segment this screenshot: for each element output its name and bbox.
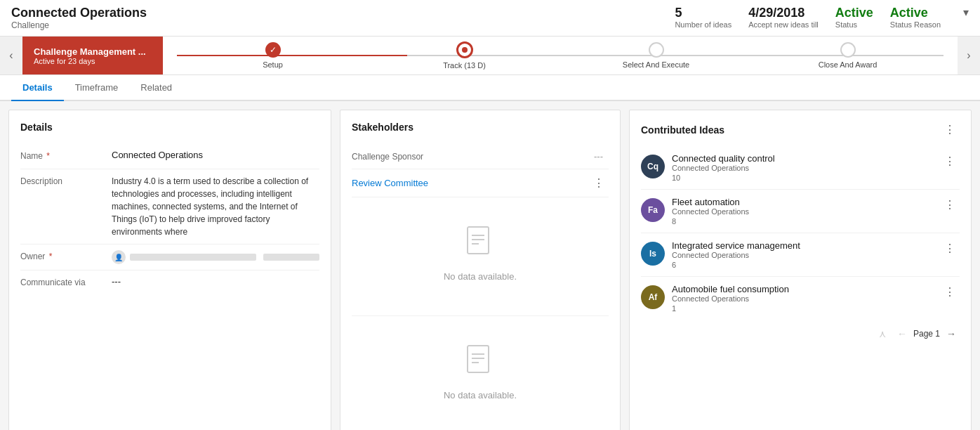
date-label: Accept new ideas till: [748, 20, 819, 29]
stage-label-select: Select And Execute: [623, 60, 689, 69]
owner-name-placeholder: [130, 254, 256, 261]
sponsor-label: Challenge Sponsor: [352, 152, 594, 162]
idea-avatar: Fa: [641, 198, 665, 222]
ideas-panel-title: Contributed Ideas: [641, 124, 940, 136]
no-data-text-1: No data available.: [444, 271, 517, 282]
idea-org: Connected Operations: [672, 164, 940, 172]
page-prev-button[interactable]: ←: [894, 325, 911, 342]
idea-more-button[interactable]: ⋮: [940, 284, 960, 300]
stage-label-close: Close And Award: [819, 60, 878, 69]
details-panel: Details Name * Connected Operations Desc…: [8, 110, 331, 430]
stage-item-setup[interactable]: ✓ Setup: [177, 42, 369, 69]
form-row-name: Name * Connected Operations: [20, 144, 319, 169]
idea-name: Connected quality control: [672, 153, 940, 164]
tab-timeframe[interactable]: Timeframe: [64, 75, 130, 101]
idea-list-item: Af Automobile fuel consumption Connected…: [641, 277, 960, 320]
stage-circle-select: [649, 42, 664, 58]
idea-count: 8: [672, 217, 940, 226]
stage-circle-setup: ✓: [265, 42, 281, 58]
sponsor-no-data: No data available.: [352, 316, 609, 429]
idea-list-item: Fa Fleet automation Connected Operations…: [641, 190, 960, 233]
header-chevron-icon[interactable]: ▾: [958, 6, 969, 19]
name-required: *: [44, 151, 50, 161]
idea-count: 10: [672, 174, 940, 182]
review-committee-more-button[interactable]: ⋮: [589, 175, 609, 191]
challenge-title: Challenge Management ...: [34, 46, 152, 57]
communicate-label: Communicate via: [20, 276, 112, 287]
idea-list-item: Cq Connected quality control Connected O…: [641, 146, 960, 190]
page-header: Connected Operations Challenge 5 Number …: [0, 0, 980, 37]
tabs-bar: Details Timeframe Related: [0, 75, 980, 101]
tab-details[interactable]: Details: [11, 75, 64, 101]
date-meta: 4/29/2018 Accept new ideas till: [748, 6, 819, 29]
stage-nav-left-button[interactable]: ‹: [0, 37, 22, 74]
status-value: Active: [835, 6, 873, 20]
stakeholders-panel: Stakeholders Challenge Sponsor --- Revie…: [340, 110, 621, 430]
name-label: Name *: [20, 150, 112, 161]
status-reason-label: Status Reason: [890, 20, 941, 29]
idea-avatar: Is: [641, 242, 665, 266]
stage-bar: ‹ Challenge Management ... Active for 23…: [0, 37, 980, 75]
owner-name-placeholder2: [263, 254, 319, 261]
stage-item-track[interactable]: Track (13 D): [369, 41, 560, 70]
idea-count: 1: [672, 304, 940, 313]
idea-name: Integrated service management: [672, 240, 940, 251]
contributed-ideas-panel: Contributed Ideas ⋮ Cq Connected quality…: [629, 110, 972, 430]
idea-info: Fleet automation Connected Operations 8: [672, 197, 940, 226]
idea-count: 6: [672, 261, 940, 269]
stage-nav-right-button[interactable]: ›: [958, 37, 980, 74]
num-ideas-meta: 5 Number of ideas: [675, 6, 731, 29]
stakeholders-panel-title: Stakeholders: [352, 122, 609, 133]
stage-item-select[interactable]: Select And Execute: [560, 42, 752, 69]
no-data-icon-2: [466, 344, 494, 384]
header-meta: 5 Number of ideas 4/29/2018 Accept new i…: [675, 6, 969, 29]
stage-challenge-block: Challenge Management ... Active for 23 d…: [22, 37, 163, 74]
idea-more-button[interactable]: ⋮: [940, 153, 960, 169]
idea-avatar: Af: [641, 285, 665, 309]
ideas-list: Cq Connected quality control Connected O…: [641, 146, 960, 320]
form-row-owner: Owner * 👤: [20, 245, 319, 271]
page-subtitle: Challenge: [11, 20, 675, 30]
idea-list-item: Is Integrated service management Connect…: [641, 233, 960, 277]
stage-circle-close: [840, 42, 856, 58]
challenge-sponsor-row: Challenge Sponsor ---: [352, 144, 609, 169]
idea-org: Connected Operations: [672, 207, 940, 216]
page-first-button[interactable]: ⋏: [874, 325, 891, 342]
owner-avatar-icon: 👤: [112, 250, 126, 264]
owner-label: Owner *: [20, 250, 112, 261]
status-meta: Active Status: [835, 6, 873, 29]
review-committee-label: Review Committee: [352, 178, 589, 188]
tab-related[interactable]: Related: [129, 75, 183, 101]
no-data-icon-1: [466, 226, 494, 266]
ideas-panel-more-button[interactable]: ⋮: [940, 122, 960, 138]
description-label: Description: [20, 175, 112, 186]
idea-info: Automobile fuel consumption Connected Op…: [672, 284, 940, 313]
pagination: ⋏ ← Page 1 →: [641, 320, 960, 342]
header-title-block: Connected Operations Challenge: [11, 6, 675, 30]
form-row-communicate: Communicate via ---: [20, 271, 319, 296]
num-ideas-value: 5: [675, 6, 731, 20]
stage-item-close[interactable]: Close And Award: [752, 42, 943, 69]
idea-org: Connected Operations: [672, 251, 940, 259]
stages-track: ✓ Setup Track (13 D) Select And Execute …: [177, 41, 943, 70]
form-row-description: Description Industry 4.0 is a term used …: [20, 169, 319, 245]
description-value: Industry 4.0 is a term used to describe …: [112, 175, 319, 238]
owner-required: *: [46, 252, 52, 261]
status-label: Status: [835, 20, 873, 29]
challenge-sub: Active for 23 days: [34, 57, 152, 65]
idea-more-button[interactable]: ⋮: [940, 240, 960, 256]
idea-name: Fleet automation: [672, 197, 940, 207]
idea-more-button[interactable]: ⋮: [940, 197, 960, 213]
page-next-button[interactable]: →: [943, 325, 960, 342]
stage-label-track: Track (13 D): [443, 61, 486, 70]
sponsor-value: ---: [594, 151, 603, 162]
idea-info: Connected quality control Connected Oper…: [672, 153, 940, 182]
communicate-value: ---: [112, 276, 319, 287]
name-value: Connected Operations: [112, 150, 319, 160]
stage-circle-track: [456, 41, 473, 58]
num-ideas-label: Number of ideas: [675, 20, 731, 29]
checkmark-icon: ✓: [270, 45, 277, 55]
stage-label-setup: Setup: [263, 60, 283, 69]
idea-avatar: Cq: [641, 155, 665, 178]
idea-name: Automobile fuel consumption: [672, 284, 940, 294]
